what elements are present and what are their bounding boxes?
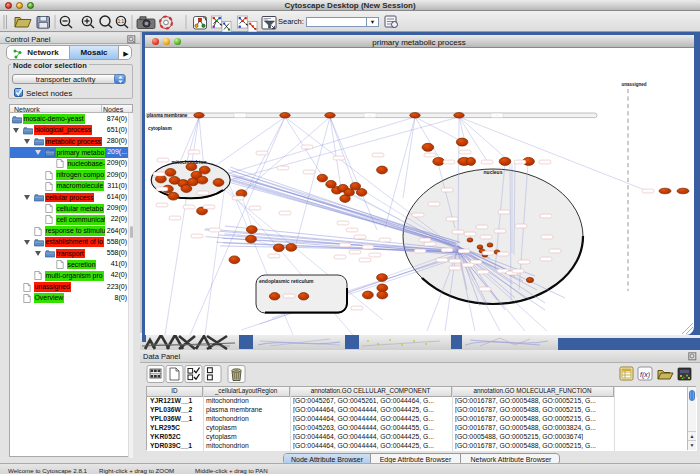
svg-text:...: ... [440,259,443,262]
svg-text:...: ... [544,215,547,218]
svg-text:...: ... [236,197,239,200]
svg-text:...: ... [445,249,448,252]
svg-text:...: ... [466,264,469,267]
svg-text:...: ... [486,252,489,255]
svg-text:...: ... [416,214,419,217]
svg-text:...: ... [432,203,435,206]
svg-text:...: ... [305,146,308,149]
svg-text:...: ... [463,151,466,154]
svg-text:...: ... [456,231,459,234]
svg-text:...: ... [522,261,525,264]
svg-text:...: ... [428,243,431,246]
svg-text:...: ... [287,295,290,298]
svg-text:...: ... [350,229,353,232]
svg-text:...: ... [157,173,160,176]
svg-text:...: ... [368,114,371,117]
svg-text:...: ... [543,161,546,164]
svg-text:1:1: 1:1 [118,19,125,24]
svg-text:...: ... [160,188,163,191]
svg-text:unassigned: unassigned [621,82,646,87]
svg-text:...: ... [195,235,198,238]
svg-text:cytoplasm: cytoplasm [148,126,172,131]
svg-text:...: ... [518,161,521,164]
svg-text:...: ... [447,161,450,164]
svg-text:...: ... [383,239,386,242]
svg-text:...: ... [519,225,522,228]
svg-text:...: ... [495,114,498,117]
svg-text:...: ... [373,254,376,257]
svg-text:...: ... [484,236,487,239]
svg-text:...: ... [418,250,421,253]
svg-text:...: ... [453,260,456,263]
svg-text:...: ... [338,256,341,259]
svg-text:...: ... [450,218,453,221]
svg-text:...: ... [161,159,164,162]
svg-text:...: ... [544,258,547,261]
svg-text:...: ... [363,259,366,262]
svg-text:nucleus: nucleus [483,169,502,175]
svg-text:...: ... [341,222,344,225]
svg-text:...: ... [343,244,346,247]
svg-text:...: ... [453,267,456,270]
svg-text:plasma membrane: plasma membrane [147,113,188,118]
svg-text:...: ... [483,288,486,291]
svg-text:...: ... [253,207,256,210]
svg-text:...: ... [281,167,284,170]
svg-text:...: ... [516,270,519,273]
svg-text:...: ... [646,190,649,193]
svg-text:...: ... [307,171,310,174]
svg-text:...: ... [358,236,361,239]
svg-text:...: ... [462,250,465,253]
svg-text:...: ... [260,152,263,155]
svg-text:...: ... [480,226,483,229]
svg-text:...: ... [173,217,176,220]
svg-text:...: ... [187,206,190,209]
svg-text:...: ... [337,157,340,160]
svg-text:...: ... [238,114,241,117]
svg-text:...: ... [481,271,484,274]
svg-text:...: ... [428,154,431,157]
svg-text:...: ... [501,253,504,256]
svg-text:endoplasmic reticulum: endoplasmic reticulum [259,278,314,284]
svg-text:...: ... [474,261,477,264]
svg-text:...: ... [498,230,501,233]
svg-text:...: ... [160,204,163,207]
svg-text:...: ... [355,307,358,310]
svg-text:...: ... [468,233,471,236]
svg-text:f(x): f(x) [640,371,650,379]
svg-text:...: ... [283,212,286,215]
svg-text:...: ... [423,239,426,242]
svg-text:...: ... [353,251,356,254]
svg-text:...: ... [213,229,216,232]
svg-text:...: ... [485,161,488,164]
svg-text:...: ... [207,206,210,209]
svg-text:...: ... [502,211,505,214]
svg-text:...: ... [272,255,275,258]
svg-text:...: ... [501,270,504,273]
svg-text:...: ... [376,154,379,157]
svg-text:...: ... [545,236,548,239]
svg-text:...: ... [366,246,369,249]
svg-text:...: ... [201,192,204,195]
svg-text:...: ... [553,250,556,253]
svg-text:...: ... [445,189,448,192]
svg-text:...: ... [192,151,195,154]
